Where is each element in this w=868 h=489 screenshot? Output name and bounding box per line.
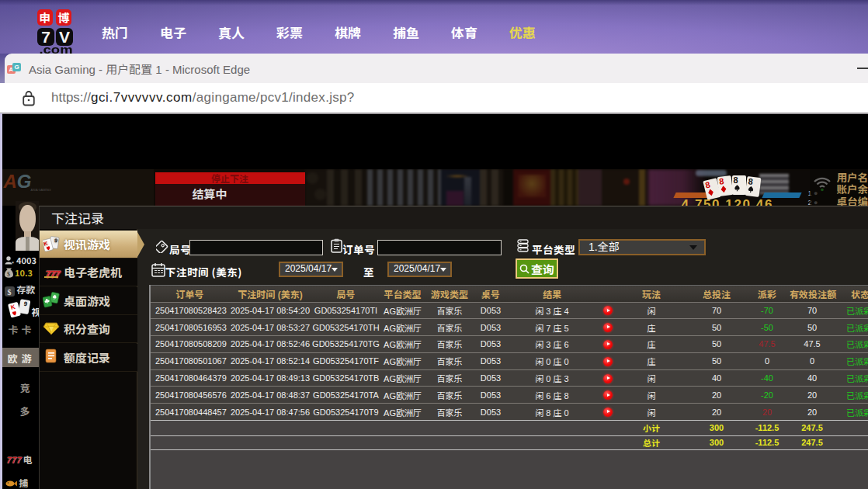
svg-text:*: * xyxy=(12,259,14,265)
svg-text:$: $ xyxy=(7,269,10,278)
